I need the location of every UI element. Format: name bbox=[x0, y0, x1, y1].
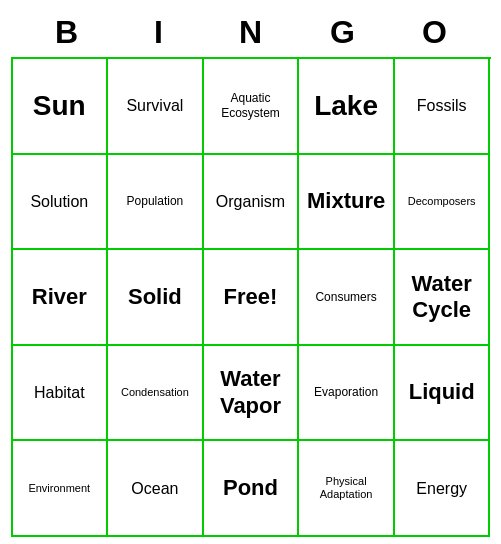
bingo-cell-11: Solid bbox=[108, 250, 204, 346]
cell-text-24: Energy bbox=[416, 479, 467, 498]
cell-text-12: Free! bbox=[224, 284, 278, 310]
cell-text-19: Liquid bbox=[409, 379, 475, 405]
header-letter-o: O bbox=[391, 14, 479, 51]
bingo-cell-19: Liquid bbox=[395, 346, 491, 442]
bingo-cell-23: Physical Adaptation bbox=[299, 441, 395, 537]
cell-text-20: Environment bbox=[28, 482, 90, 495]
cell-text-0: Sun bbox=[33, 89, 86, 123]
cell-text-2: Aquatic Ecosystem bbox=[208, 91, 294, 120]
cell-text-22: Pond bbox=[223, 475, 278, 501]
bingo-cell-7: Organism bbox=[204, 155, 300, 251]
header-letter-i: I bbox=[115, 14, 203, 51]
bingo-cell-9: Decomposers bbox=[395, 155, 491, 251]
bingo-cell-12: Free! bbox=[204, 250, 300, 346]
bingo-card: BINGO SunSurvivalAquatic EcosystemLakeFo… bbox=[11, 7, 491, 537]
cell-text-10: River bbox=[32, 284, 87, 310]
bingo-cell-21: Ocean bbox=[108, 441, 204, 537]
bingo-header: BINGO bbox=[11, 7, 491, 57]
cell-text-16: Condensation bbox=[121, 386, 189, 399]
cell-text-14: Water Cycle bbox=[399, 271, 485, 324]
cell-text-8: Mixture bbox=[307, 188, 385, 214]
bingo-cell-24: Energy bbox=[395, 441, 491, 537]
bingo-grid: SunSurvivalAquatic EcosystemLakeFossilsS… bbox=[11, 57, 491, 537]
bingo-cell-3: Lake bbox=[299, 59, 395, 155]
cell-text-6: Population bbox=[127, 194, 184, 208]
bingo-cell-5: Solution bbox=[13, 155, 109, 251]
cell-text-9: Decomposers bbox=[408, 195, 476, 208]
cell-text-15: Habitat bbox=[34, 383, 85, 402]
bingo-cell-18: Evaporation bbox=[299, 346, 395, 442]
bingo-cell-22: Pond bbox=[204, 441, 300, 537]
cell-text-1: Survival bbox=[126, 96, 183, 115]
bingo-cell-6: Population bbox=[108, 155, 204, 251]
header-letter-g: G bbox=[299, 14, 387, 51]
bingo-cell-14: Water Cycle bbox=[395, 250, 491, 346]
bingo-cell-4: Fossils bbox=[395, 59, 491, 155]
header-letter-n: N bbox=[207, 14, 295, 51]
cell-text-23: Physical Adaptation bbox=[303, 475, 389, 501]
cell-text-11: Solid bbox=[128, 284, 182, 310]
cell-text-18: Evaporation bbox=[314, 385, 378, 399]
bingo-cell-8: Mixture bbox=[299, 155, 395, 251]
bingo-cell-13: Consumers bbox=[299, 250, 395, 346]
bingo-cell-16: Condensation bbox=[108, 346, 204, 442]
cell-text-7: Organism bbox=[216, 192, 285, 211]
cell-text-3: Lake bbox=[314, 89, 378, 123]
bingo-cell-10: River bbox=[13, 250, 109, 346]
cell-text-13: Consumers bbox=[315, 290, 376, 304]
bingo-cell-15: Habitat bbox=[13, 346, 109, 442]
cell-text-5: Solution bbox=[30, 192, 88, 211]
header-letter-b: B bbox=[23, 14, 111, 51]
cell-text-17: Water Vapor bbox=[208, 366, 294, 419]
bingo-cell-1: Survival bbox=[108, 59, 204, 155]
bingo-cell-2: Aquatic Ecosystem bbox=[204, 59, 300, 155]
cell-text-21: Ocean bbox=[131, 479, 178, 498]
bingo-cell-0: Sun bbox=[13, 59, 109, 155]
cell-text-4: Fossils bbox=[417, 96, 467, 115]
bingo-cell-17: Water Vapor bbox=[204, 346, 300, 442]
bingo-cell-20: Environment bbox=[13, 441, 109, 537]
